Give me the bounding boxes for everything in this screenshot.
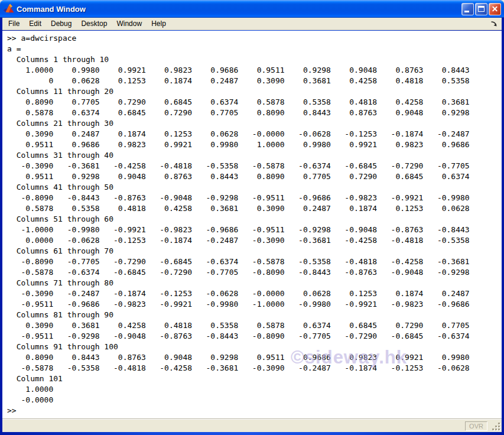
menu-desktop[interactable]: Desktop (76, 18, 112, 29)
matlab-icon[interactable] (4, 4, 14, 14)
minimize-button[interactable] (461, 3, 474, 15)
maximize-icon (478, 6, 485, 12)
menu-edit[interactable]: Edit (24, 18, 46, 29)
close-button[interactable] (489, 3, 501, 15)
console-area[interactable]: >> a=dwcirspace a = Columns 1 through 10… (2, 31, 502, 419)
dock-arrow-icon[interactable] (490, 21, 498, 27)
menu-help[interactable]: Help (147, 18, 171, 29)
menu-file[interactable]: File (4, 18, 24, 29)
overwrite-indicator: OVR (465, 421, 487, 431)
menu-window[interactable]: Window (112, 18, 147, 29)
status-bar: OVR (2, 419, 502, 432)
console-output: >> a=dwcirspace a = Columns 1 through 10… (2, 31, 502, 416)
title-bar[interactable]: Command Window (0, 0, 504, 18)
maximize-button[interactable] (475, 3, 487, 15)
minimize-icon (464, 11, 469, 12)
command-window: Command Window File Edit Debug Desktop W… (0, 0, 504, 435)
window-title: Command Window (17, 5, 461, 14)
menu-bar: File Edit Debug Desktop Window Help (2, 18, 502, 30)
resize-grip[interactable] (492, 423, 500, 431)
menu-debug[interactable]: Debug (46, 18, 76, 29)
